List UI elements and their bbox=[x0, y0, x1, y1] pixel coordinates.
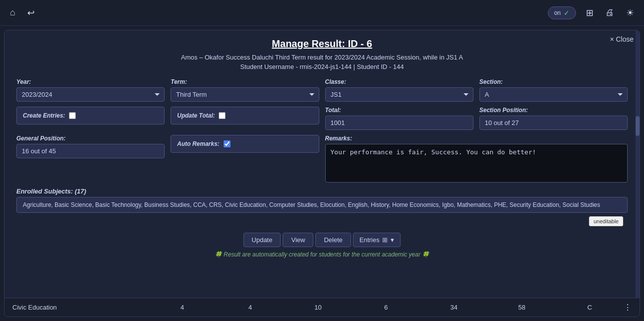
auto-remarks-group: Auto Remarks: bbox=[171, 135, 319, 153]
bottom-col6: 58 bbox=[488, 304, 556, 311]
chevron-down-icon: ▾ bbox=[391, 236, 394, 244]
term-select[interactable]: Third Term bbox=[171, 87, 319, 102]
update-total-label: Update Total: bbox=[177, 112, 215, 119]
student-info: Student Username - rmis-2024-js1-144 | S… bbox=[16, 63, 628, 70]
update-total-box: Update Total: bbox=[171, 107, 319, 125]
topbar-left: ⌂ ↩ bbox=[8, 5, 37, 20]
remarks-group: Remarks: Your performance is fair, Succe… bbox=[325, 135, 628, 183]
bottom-col1: 4 bbox=[148, 304, 216, 311]
enrolled-subjects-box: Agriculture, Basic Science, Basic Techno… bbox=[16, 197, 628, 213]
uneditable-badge: uneditable bbox=[589, 216, 623, 226]
entries-label: Entries bbox=[359, 236, 379, 244]
year-select[interactable]: 2023/2024 bbox=[16, 87, 165, 102]
scrollbar-thumb bbox=[636, 116, 640, 136]
subtitle: Amos – Okafor Success Daluchi Third Term… bbox=[16, 54, 628, 61]
year-group: Year: 2023/2024 bbox=[16, 78, 165, 102]
total-group: Total: bbox=[325, 107, 473, 130]
entries-button[interactable]: Entries ⊞ ▾ bbox=[353, 233, 401, 247]
topbar: ⌂ ↩ on ✓ ⊞ 🖨 ☀ bbox=[0, 0, 644, 26]
create-entries-group: Create Entries: bbox=[16, 107, 165, 130]
classe-select[interactable]: JS1 bbox=[325, 87, 473, 102]
view-button[interactable]: View bbox=[283, 233, 313, 247]
section-position-group: Section Position: bbox=[479, 107, 628, 130]
topbar-right: on ✓ ⊞ 🖨 ☀ bbox=[548, 5, 636, 20]
general-position-group: General Position: bbox=[16, 135, 165, 158]
scrollbar-track[interactable] bbox=[636, 30, 640, 317]
print-button[interactable]: 🖨 bbox=[603, 5, 616, 20]
section-position-label: Section Position: bbox=[479, 107, 628, 114]
entries-grid-icon: ⊞ bbox=[382, 236, 388, 244]
section-group: Section: A bbox=[479, 78, 628, 102]
bottom-subject: Civic Education bbox=[12, 304, 148, 311]
create-entries-checkbox[interactable] bbox=[69, 112, 76, 119]
auto-remarks-label: Auto Remarks: bbox=[177, 140, 219, 147]
total-label: Total: bbox=[325, 107, 473, 114]
toggle-check-icon: ✓ bbox=[564, 9, 570, 17]
delete-button[interactable]: Delete bbox=[315, 233, 351, 247]
create-entries-label: Create Entries: bbox=[23, 112, 65, 119]
form-row-2: Create Entries: Update Total: Total: Sec… bbox=[16, 107, 628, 130]
action-row: Update View Delete Entries ⊞ ▾ bbox=[16, 233, 628, 247]
enrolled-subjects-label: Enrolled Subjects: (17) bbox=[16, 188, 628, 195]
year-label: Year: bbox=[16, 78, 165, 85]
home-button[interactable]: ⌂ bbox=[8, 5, 17, 20]
grid-button[interactable]: ⊞ bbox=[584, 5, 595, 20]
close-button[interactable]: × Close bbox=[610, 35, 634, 43]
bottom-row: Civic Education 4 4 10 6 34 58 C ⋮ bbox=[4, 298, 640, 317]
create-entries-box: Create Entries: bbox=[16, 107, 165, 125]
form-row-3: General Position: Auto Remarks: Remarks:… bbox=[16, 135, 628, 183]
auto-remarks-box: Auto Remarks: bbox=[171, 135, 319, 153]
more-options-icon[interactable]: ⋮ bbox=[624, 303, 632, 312]
modal-container: × Close Manage Result: ID - 6 Amos – Oka… bbox=[4, 30, 640, 317]
auto-remarks-checkbox[interactable] bbox=[224, 140, 231, 147]
section-position-input[interactable] bbox=[479, 116, 628, 130]
section-select[interactable]: A bbox=[479, 87, 628, 102]
bottom-col4: 6 bbox=[352, 304, 420, 311]
bottom-col3: 10 bbox=[284, 304, 352, 311]
form-row-1: Year: 2023/2024 Term: Third Term Classe:… bbox=[16, 78, 628, 102]
bottom-col7: C bbox=[556, 304, 624, 311]
bottom-col5: 34 bbox=[420, 304, 488, 311]
update-total-checkbox[interactable] bbox=[219, 112, 226, 119]
footer-note: 🍀 Result are automatically created for s… bbox=[16, 251, 628, 258]
term-group: Term: Third Term bbox=[171, 78, 319, 102]
term-label: Term: bbox=[171, 78, 319, 85]
brightness-button[interactable]: ☀ bbox=[624, 5, 636, 20]
toggle-pill[interactable]: on ✓ bbox=[548, 6, 576, 19]
update-total-group: Update Total: bbox=[171, 107, 319, 130]
enrolled-subjects-text: Agriculture, Basic Science, Basic Techno… bbox=[23, 201, 600, 208]
page-title: Manage Result: ID - 6 bbox=[16, 38, 628, 50]
update-button[interactable]: Update bbox=[243, 233, 281, 247]
enrolled-section: Enrolled Subjects: (17) Agriculture, Bas… bbox=[16, 188, 628, 213]
bottom-col2: 4 bbox=[216, 304, 284, 311]
toggle-label: on bbox=[554, 9, 561, 16]
section-label: Section: bbox=[479, 78, 628, 85]
remarks-textarea[interactable]: Your performance is fair, Success. You c… bbox=[325, 144, 628, 183]
remarks-label: Remarks: bbox=[325, 135, 628, 142]
total-input[interactable] bbox=[325, 116, 473, 130]
classe-group: Classe: JS1 bbox=[325, 78, 473, 102]
general-position-input[interactable] bbox=[16, 144, 165, 158]
classe-label: Classe: bbox=[325, 78, 473, 85]
general-position-label: General Position: bbox=[16, 135, 165, 142]
back-button[interactable]: ↩ bbox=[25, 5, 37, 20]
